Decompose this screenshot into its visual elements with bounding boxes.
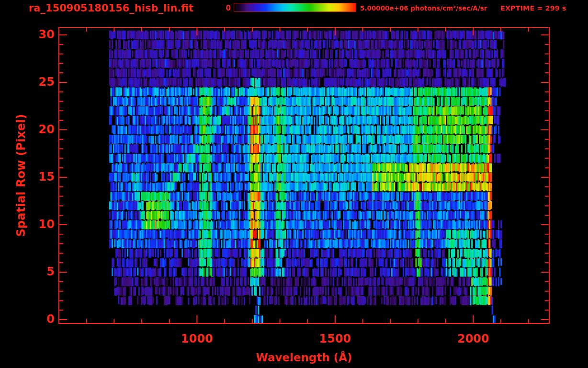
colorbar-gradient xyxy=(234,3,356,12)
y-tick-label: 30 xyxy=(26,28,55,41)
y-tick-label: 10 xyxy=(26,218,55,231)
y-tick-label: 20 xyxy=(26,123,55,136)
y-tick-label: 15 xyxy=(26,170,55,184)
x-axis-label: Wavelength (Å) xyxy=(232,351,376,364)
y-tick-label: 0 xyxy=(26,312,55,326)
x-tick-label: 1000 xyxy=(168,332,226,345)
y-axis-label: Spatial Row (Pixel) xyxy=(14,114,28,237)
file-title: ra_150905180156_hisb_lin.fit xyxy=(29,2,193,14)
fits-viewer-window: ra_150905180156_hisb_lin.fit 0 5.00000e+… xyxy=(0,0,588,368)
y-tick-label: 25 xyxy=(26,75,55,89)
x-tick-label: 1500 xyxy=(306,332,364,345)
colorbar-max-label: 5.00000e+06 photons/cm²/sec/A/sr xyxy=(360,4,487,12)
exptime-label: EXPTIME = 299 s xyxy=(500,4,566,12)
x-tick-label: 2000 xyxy=(444,332,502,345)
y-tick-label: 5 xyxy=(26,265,55,278)
spectrogram-heatmap-canvas xyxy=(0,0,588,368)
colorbar-min-label: 0 xyxy=(211,4,231,12)
